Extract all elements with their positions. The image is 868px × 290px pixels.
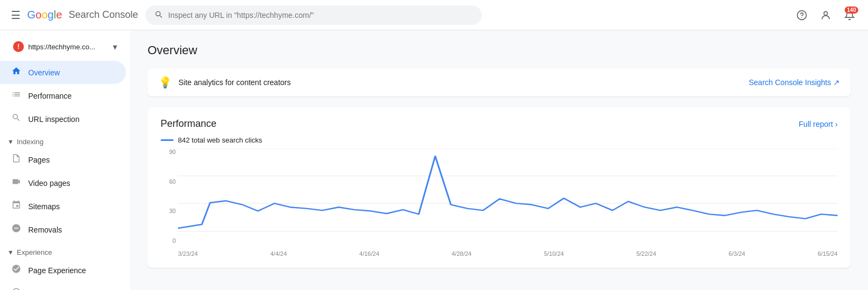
- chart-legend: 842 total web search clicks: [161, 136, 838, 144]
- sidebar-label-video-pages: Video pages: [28, 179, 71, 188]
- sidebar-item-pages[interactable]: Pages: [0, 148, 126, 171]
- site-url: https://techhyme.co...: [28, 43, 108, 51]
- sitemaps-icon: [11, 200, 22, 212]
- help-button[interactable]: [792, 5, 812, 25]
- hamburger-icon[interactable]: ☰: [9, 7, 23, 24]
- banner-text: Site analytics for content creators: [178, 78, 749, 87]
- page-experience-icon: [11, 264, 22, 276]
- x-label-4: 4/28/24: [452, 250, 472, 257]
- x-label-5: 5/10/24: [544, 250, 564, 257]
- site-error-icon: !: [13, 41, 24, 52]
- main-content: Overview 💡 Site analytics for content cr…: [130, 30, 868, 290]
- chart-line: [178, 156, 838, 228]
- topbar: ☰ Google Search Console: [0, 0, 868, 30]
- sidebar-label-overview: Overview: [28, 68, 60, 77]
- y-label-60: 60: [161, 178, 176, 185]
- full-report-arrow-icon: ›: [835, 120, 838, 128]
- pages-icon: [11, 153, 22, 166]
- sidebar-label-performance: Performance: [28, 92, 72, 100]
- google-logo: Google: [27, 9, 62, 21]
- dropdown-arrow-icon: ▾: [113, 42, 117, 52]
- core-web-vitals-icon: [11, 287, 22, 290]
- legend-line: [161, 139, 174, 141]
- performance-chart: 90 60 30 0 3/23/24 4/4/24: [161, 149, 838, 257]
- sidebar-label-page-experience: Page Experience: [28, 266, 86, 275]
- sidebar-item-removals[interactable]: Removals: [0, 218, 126, 241]
- sidebar: ! https://techhyme.co... ▾ Overview Perf…: [0, 30, 130, 290]
- sidebar-label-url-inspection: URL inspection: [28, 115, 79, 124]
- x-label-6: 5/22/24: [636, 250, 656, 257]
- video-pages-icon: [11, 177, 22, 189]
- sidebar-item-url-inspection[interactable]: URL inspection: [0, 107, 126, 131]
- performance-card-title: Performance: [161, 118, 216, 130]
- svg-point-2: [824, 11, 828, 15]
- indexing-section-label: Indexing: [17, 138, 43, 146]
- experience-section-label: Experience: [17, 248, 52, 256]
- sidebar-item-sitemaps[interactable]: Sitemaps: [0, 195, 126, 218]
- full-report-label: Full report: [799, 120, 833, 128]
- site-selector[interactable]: ! https://techhyme.co... ▾: [4, 37, 126, 56]
- topbar-right: 140: [792, 5, 859, 25]
- full-report-link[interactable]: Full report ›: [799, 120, 838, 128]
- topbar-left: ☰ Google Search Console: [9, 7, 139, 24]
- notifications-button[interactable]: 140: [840, 5, 859, 25]
- sidebar-label-sitemaps: Sitemaps: [28, 202, 60, 211]
- sidebar-item-performance[interactable]: Performance: [0, 84, 126, 107]
- collapse-icon: ▾: [9, 137, 12, 146]
- chart-x-axis: 3/23/24 4/4/24 4/16/24 4/28/24 5/10/24 5…: [178, 250, 838, 257]
- account-button[interactable]: [816, 5, 835, 25]
- external-link-icon: ↗: [833, 78, 840, 87]
- performance-icon: [11, 89, 22, 102]
- sidebar-item-page-experience[interactable]: Page Experience: [0, 259, 126, 282]
- body-wrap: ! https://techhyme.co... ▾ Overview Perf…: [0, 30, 868, 290]
- search-input[interactable]: [168, 11, 473, 20]
- app-title: Search Console: [69, 9, 138, 21]
- chart-svg: [161, 149, 838, 257]
- url-inspection-icon: [11, 113, 22, 125]
- perf-header: Performance Full report ›: [161, 118, 838, 130]
- y-label-0: 0: [161, 237, 176, 244]
- x-label-7: 6/3/24: [729, 250, 745, 257]
- indexing-section-header[interactable]: ▾ Indexing: [0, 131, 130, 148]
- y-label-30: 30: [161, 208, 176, 214]
- home-icon: [11, 66, 22, 79]
- legend-text: 842 total web search clicks: [178, 136, 262, 144]
- y-label-90: 90: [161, 149, 176, 155]
- page-title: Overview: [148, 43, 851, 57]
- insights-link-label: Search Console Insights: [749, 78, 831, 87]
- x-label-2: 4/4/24: [270, 250, 287, 257]
- sidebar-item-video-pages[interactable]: Video pages: [0, 171, 126, 195]
- x-label-3: 4/16/24: [359, 250, 379, 257]
- svg-point-1: [802, 17, 802, 17]
- removals-icon: [11, 223, 22, 236]
- performance-card: Performance Full report › 842 total web …: [148, 107, 851, 268]
- sidebar-item-core-web-vitals[interactable]: Core Web Vitals: [0, 282, 126, 290]
- insights-link[interactable]: Search Console Insights ↗: [749, 78, 840, 87]
- x-label-8: 6/15/24: [818, 250, 838, 257]
- chart-y-axis: 90 60 30 0: [161, 149, 176, 244]
- x-label-1: 3/23/24: [178, 250, 198, 257]
- sidebar-label-pages: Pages: [28, 156, 50, 164]
- experience-collapse-icon: ▾: [9, 248, 12, 256]
- insights-banner: 💡 Site analytics for content creators Se…: [148, 68, 851, 96]
- sidebar-label-removals: Removals: [28, 225, 62, 234]
- search-icon: [154, 10, 163, 21]
- search-bar[interactable]: [145, 5, 482, 25]
- experience-section-header[interactable]: ▾ Experience: [0, 241, 130, 259]
- notification-count: 140: [845, 7, 858, 14]
- sidebar-item-overview[interactable]: Overview: [0, 61, 126, 84]
- lightbulb-icon: 💡: [158, 76, 172, 89]
